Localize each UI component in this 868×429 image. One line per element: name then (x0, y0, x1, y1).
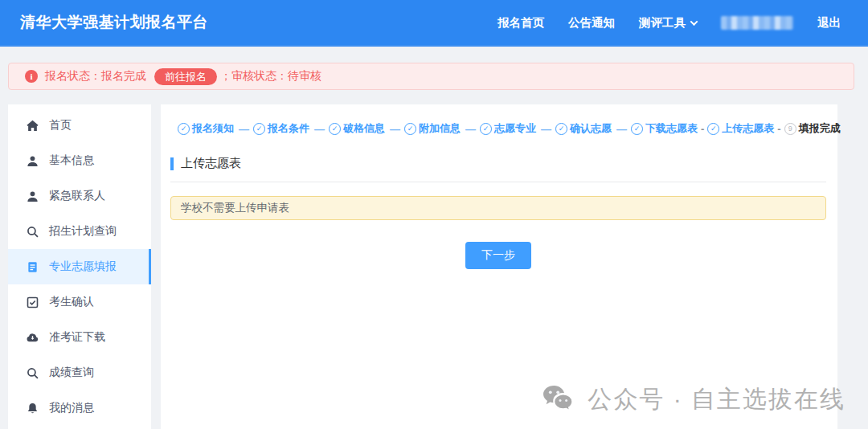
sidebar-item-label: 基本信息 (49, 153, 94, 168)
step-check-icon: ✓ (178, 123, 190, 135)
button-row: 下一步 (170, 242, 826, 269)
registration-status-value: 报名完成 (101, 69, 146, 84)
check-square-icon (27, 296, 39, 308)
chevron-down-icon (690, 18, 698, 26)
step-2: ✓破格信息 (329, 121, 385, 136)
sidebar-item-2[interactable]: 紧急联系人 (8, 178, 151, 214)
step-connector: — (314, 123, 324, 135)
alert-separator: ； (220, 69, 231, 84)
step-7: ✓上传志愿表 (707, 121, 774, 136)
review-status-value: 待审核 (288, 69, 321, 84)
step-label: 附加信息 (419, 121, 461, 136)
header-nav: 报名首页 公告通知 测评工具 退出 (497, 15, 841, 31)
step-label: 报名条件 (268, 121, 309, 136)
nav-logout[interactable]: 退出 (817, 15, 841, 31)
sidebar-item-8[interactable]: 我的消息 (8, 390, 151, 426)
step-check-icon: ✓ (253, 123, 265, 135)
search-icon (27, 367, 39, 379)
notice-box: 学校不需要上传申请表 (170, 196, 826, 220)
notice-text: 学校不需要上传申请表 (181, 201, 289, 215)
step-label: 破格信息 (343, 121, 385, 136)
go-register-button[interactable]: 前往报名 (154, 68, 217, 85)
step-label: 填报完成 (799, 121, 841, 136)
sidebar-item-label: 紧急联系人 (49, 189, 105, 203)
user-icon (27, 155, 39, 167)
step-5: ✓确认志愿 (555, 121, 612, 136)
step-check-icon: ✓ (480, 123, 492, 135)
user-icon (27, 190, 39, 202)
step-3: ✓附加信息 (404, 121, 461, 136)
search-icon (27, 226, 39, 238)
step-check-icon: ✓ (707, 123, 719, 135)
step-check-icon: ✓ (555, 123, 567, 135)
username-redacted (721, 16, 793, 30)
step-connector: — (541, 123, 551, 135)
step-1: ✓报名条件 (253, 121, 309, 136)
sidebar-item-5[interactable]: 考生确认 (8, 284, 151, 320)
nav-registration-home[interactable]: 报名首页 (497, 15, 544, 31)
step-4: ✓志愿专业 (480, 121, 536, 136)
status-alert: i 报名状态： 报名完成 前往报名 ； 审核状态： 待审核 (8, 63, 854, 90)
step-connector: - (701, 123, 704, 135)
sidebar-item-label: 首页 (49, 118, 72, 133)
sidebar-item-label: 招生计划查询 (49, 224, 117, 239)
main-panel: ✓报名须知—✓报名条件—✓破格信息—✓附加信息—✓志愿专业—✓确认志愿—✓下载志… (161, 104, 837, 429)
step-connector: — (390, 123, 399, 135)
section-title-row: 上传志愿表 (170, 156, 826, 171)
step-check-icon: ✓ (329, 123, 341, 135)
page: 清华大学强基计划报名平台 报名首页 公告通知 测评工具 退出 i 报名状态： 报… (0, 0, 868, 429)
sidebar-item-4[interactable]: 专业志愿填报 (8, 249, 151, 284)
sidebar-item-label: 准考证下载 (49, 330, 105, 345)
step-0: ✓报名须知 (178, 121, 234, 136)
step-label: 志愿专业 (494, 121, 536, 136)
step-label: 报名须知 (192, 121, 234, 136)
info-icon: i (25, 70, 38, 83)
sidebar-item-label: 考生确认 (49, 295, 94, 309)
divider (170, 182, 826, 182)
step-connector: - (777, 123, 780, 135)
step-6: ✓下载志愿表 (631, 121, 698, 136)
title-accent-bar (170, 157, 174, 170)
step-label: 确认志愿 (570, 121, 612, 136)
wizard-stepper: ✓报名须知—✓报名条件—✓破格信息—✓附加信息—✓志愿专业—✓确认志愿—✓下载志… (178, 121, 826, 136)
review-status-label: 审核状态： (231, 69, 288, 84)
step-number-icon: 9 (784, 123, 796, 135)
cloud-download-icon (27, 332, 39, 344)
step-label: 下载志愿表 (645, 121, 698, 136)
step-label: 上传志愿表 (722, 121, 774, 136)
sidebar-item-7[interactable]: 成绩查询 (8, 355, 151, 390)
step-8: 9填报完成 (784, 121, 841, 136)
app-header: 清华大学强基计划报名平台 报名首页 公告通知 测评工具 退出 (0, 0, 868, 47)
step-connector: — (239, 123, 248, 135)
step-check-icon: ✓ (404, 123, 416, 135)
sidebar-item-3[interactable]: 招生计划查询 (8, 214, 151, 249)
step-connector: — (616, 123, 626, 135)
sidebar-item-0[interactable]: 首页 (8, 108, 151, 143)
next-step-button[interactable]: 下一步 (465, 242, 531, 269)
document-icon (27, 261, 39, 273)
sidebar-item-6[interactable]: 准考证下载 (8, 320, 151, 355)
registration-status-label: 报名状态： (45, 69, 101, 84)
sidebar-item-1[interactable]: 基本信息 (8, 143, 151, 178)
sidebar-item-label: 我的消息 (49, 401, 94, 415)
sidebar-item-label: 专业志愿填报 (49, 259, 117, 274)
nav-announcements[interactable]: 公告通知 (568, 15, 615, 31)
sidebar-nav: 首页基本信息紧急联系人招生计划查询专业志愿填报考生确认准考证下载成绩查询我的消息 (8, 104, 151, 429)
page-title: 上传志愿表 (181, 156, 241, 171)
step-check-icon: ✓ (631, 123, 643, 135)
sidebar-item-label: 成绩查询 (49, 366, 94, 380)
nav-assessment-tools[interactable]: 测评工具 (639, 15, 697, 31)
step-connector: — (465, 123, 475, 135)
bell-icon (27, 402, 39, 415)
app-title: 清华大学强基计划报名平台 (20, 12, 208, 33)
home-icon (27, 120, 39, 132)
